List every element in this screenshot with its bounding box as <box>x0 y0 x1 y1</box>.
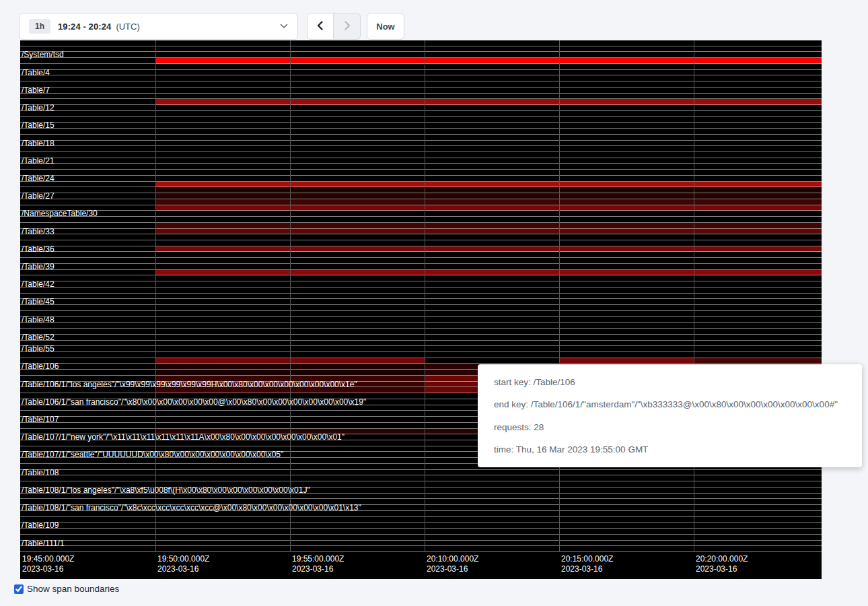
row-key-label: /Table/15 <box>22 123 55 129</box>
heatmap-cell[interactable] <box>290 182 425 188</box>
heatmap-cell[interactable] <box>425 187 559 193</box>
now-button[interactable]: Now <box>367 13 404 40</box>
heatmap-cell[interactable] <box>290 358 425 364</box>
axis-tick: 19:50:00.000Z2023-03-16 <box>157 554 209 574</box>
heatmap-cell[interactable] <box>694 182 822 188</box>
heatmap-cell[interactable] <box>155 246 290 252</box>
heatmap-cell[interactable] <box>290 370 425 376</box>
heatmap-cell[interactable] <box>694 187 822 193</box>
heatmap-cell[interactable] <box>425 246 559 252</box>
heatmap-cell[interactable] <box>694 358 822 364</box>
heatmap-cell[interactable] <box>694 223 822 229</box>
heatmap-cell[interactable] <box>290 382 425 388</box>
row-key-label: /Table/33 <box>22 229 55 235</box>
heatmap-cell[interactable] <box>155 182 290 188</box>
heatmap-cell[interactable] <box>155 382 290 388</box>
time-gridline <box>425 40 425 552</box>
row-key-label: /NamespaceTable/30 <box>22 211 98 217</box>
heatmap-cell[interactable] <box>559 199 694 205</box>
heatmap-cell[interactable] <box>155 376 290 382</box>
heatmap-cell[interactable] <box>155 223 290 229</box>
row-key-label: /Table/12 <box>22 105 55 111</box>
heatmap-cell[interactable] <box>290 376 425 382</box>
heatmap-cell[interactable] <box>425 99 559 105</box>
heatmap-cell[interactable] <box>290 223 425 229</box>
heatmap-cell[interactable] <box>694 99 822 105</box>
heatmap-cell[interactable] <box>559 182 694 188</box>
heatmap-cell[interactable] <box>290 387 425 393</box>
heatmap-cell[interactable] <box>290 199 425 205</box>
heatmap-cell[interactable] <box>425 182 559 188</box>
heatmap-cell[interactable] <box>290 187 425 193</box>
row-key-label: /Table/48 <box>22 317 55 323</box>
heatmap-cell[interactable] <box>425 270 559 276</box>
heatmap-cell[interactable] <box>290 429 425 435</box>
heatmap-cell[interactable] <box>559 223 694 229</box>
show-span-boundaries-toggle[interactable]: Show span boundaries <box>14 584 119 594</box>
heatmap-cell[interactable] <box>155 370 290 376</box>
heatmap-cell[interactable] <box>155 387 290 393</box>
heatmap-cell[interactable] <box>155 199 290 205</box>
heatmap-cell[interactable] <box>425 205 559 211</box>
heatmap-cell[interactable] <box>694 246 822 252</box>
time-gridline <box>694 40 694 552</box>
heatmap-cell[interactable] <box>290 229 425 235</box>
heatmap-cell[interactable] <box>290 270 425 276</box>
heatmap-cell[interactable] <box>694 199 822 205</box>
row-key-label: /Table/27 <box>22 193 55 199</box>
key-visualizer-canvas[interactable]: /System/tsd/Table/4/Table/7/Table/12/Tab… <box>20 40 822 579</box>
heatmap-cell[interactable] <box>290 58 425 64</box>
heatmap-cell[interactable] <box>694 229 822 235</box>
row-key-label: /Table/107/1/"new york"/"\x11\x11\x11\x1… <box>22 434 345 440</box>
heatmap-cell[interactable] <box>155 187 290 193</box>
heatmap-cell[interactable] <box>290 193 425 199</box>
row-key-label: /Table/108/1/"san francisco"/"\x8c\xcc\x… <box>22 505 361 511</box>
heatmap-cell[interactable] <box>155 58 290 64</box>
heatmap-cell[interactable] <box>425 229 559 235</box>
heatmap-cell[interactable] <box>694 205 822 211</box>
heatmap-cell[interactable] <box>694 193 822 199</box>
heatmap-cell[interactable] <box>425 193 559 199</box>
heatmap-cell[interactable] <box>290 99 425 105</box>
show-span-boundaries-checkbox[interactable] <box>14 584 24 594</box>
row-key-label: /Table/18 <box>22 141 55 147</box>
row-key-label: /Table/111/1 <box>22 541 65 547</box>
heatmap-cell[interactable] <box>155 429 290 435</box>
tooltip-end-key: end key: /Table/106/1/"amsterdam"/"\xb33… <box>494 399 846 409</box>
time-range-text: 19:24 - 20:24 <box>58 22 111 32</box>
row-key-label: /Table/21 <box>22 158 55 164</box>
heatmap-cell[interactable] <box>155 229 290 235</box>
heatmap-cell[interactable] <box>559 99 694 105</box>
heatmap-cell[interactable] <box>155 358 290 364</box>
heatmap-cell[interactable] <box>425 223 559 229</box>
heatmap-cell[interactable] <box>559 229 694 235</box>
heatmap-cell[interactable] <box>559 270 694 276</box>
row-key-label: /Table/7 <box>22 88 50 94</box>
tooltip-requests: requests: 28 <box>494 422 846 432</box>
heatmap-cell[interactable] <box>155 205 290 211</box>
heatmap-cell[interactable] <box>155 364 290 370</box>
heatmap-cell[interactable] <box>425 199 559 205</box>
row-key-label: /Table/39 <box>22 264 55 270</box>
heatmap-cell[interactable] <box>694 270 822 276</box>
heatmap-cell[interactable] <box>559 205 694 211</box>
heatmap-cell[interactable] <box>559 358 694 364</box>
heatmap-cell[interactable] <box>290 205 425 211</box>
heatmap-cell[interactable] <box>290 246 425 252</box>
heatmap-cell[interactable] <box>559 246 694 252</box>
time-axis: 19:45:00.000Z2023-03-1619:50:00.000Z2023… <box>20 552 822 579</box>
heatmap-cell[interactable] <box>559 58 694 64</box>
time-range-selector[interactable]: 1h 19:24 - 20:24 (UTC) <box>19 13 298 40</box>
heatmap-grid[interactable]: /System/tsd/Table/4/Table/7/Table/12/Tab… <box>20 40 822 552</box>
heatmap-cell[interactable] <box>155 99 290 105</box>
heatmap-cell[interactable] <box>559 193 694 199</box>
prev-time-button[interactable] <box>307 13 334 40</box>
heatmap-cell[interactable] <box>425 58 559 64</box>
heatmap-cell[interactable] <box>559 187 694 193</box>
heatmap-cell[interactable] <box>155 270 290 276</box>
chevron-down-icon <box>280 24 288 29</box>
heatmap-cell[interactable] <box>290 364 425 370</box>
next-time-button[interactable] <box>334 13 361 40</box>
heatmap-cell[interactable] <box>694 58 822 64</box>
heatmap-cell[interactable] <box>155 193 290 199</box>
